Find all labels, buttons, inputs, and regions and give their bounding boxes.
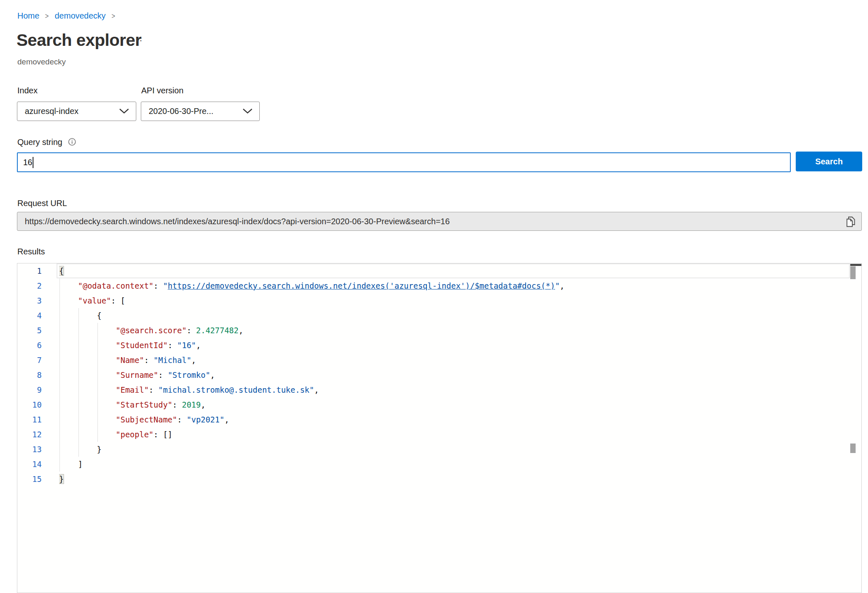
code-token: : [173, 400, 182, 409]
breadcrumb: Home > demovedecky > [17, 11, 116, 21]
request-url-field[interactable]: https://demovedecky.search.windows.net/i… [17, 212, 862, 231]
query-input-value: 16 [23, 158, 32, 167]
code-token: : [149, 385, 158, 394]
editor-scrollbar[interactable] [850, 263, 861, 593]
line-number: 5 [17, 323, 42, 338]
code-token: , [201, 400, 205, 409]
code-token: , [196, 341, 201, 350]
code-token: "vp2021" [187, 415, 225, 424]
code-token: , [224, 415, 229, 424]
code-token: } [97, 445, 102, 454]
line-number: 4 [17, 308, 42, 323]
code-token: , [314, 385, 319, 394]
code-line: "Surname": "Stromko", [59, 368, 850, 382]
page-title: Search explorer [17, 31, 141, 50]
line-number: 8 [17, 368, 42, 382]
code-token: "StartStudy" [116, 400, 172, 409]
code-token: : [154, 281, 163, 290]
code-token: : [ [111, 296, 125, 305]
code-token: " [555, 281, 560, 290]
breadcrumb-home-link[interactable]: Home [17, 11, 39, 21]
request-url-value: https://demovedecky.search.windows.net/i… [25, 217, 450, 226]
code-line: "Email": "michal.stromko@.student.tuke.s… [59, 382, 850, 397]
info-icon[interactable] [68, 138, 76, 147]
api-version-label: API version [141, 86, 183, 95]
code-token [59, 460, 78, 469]
code-line: "Name": "Michal", [59, 353, 850, 368]
code-token: , [191, 356, 196, 365]
code-token: "SubjectName" [116, 415, 177, 424]
code-token: "@search.score" [116, 326, 187, 335]
editor-gutter: 123456789101112131415 [17, 263, 42, 486]
code-token [59, 385, 116, 394]
query-input[interactable]: 16 [17, 152, 791, 172]
code-token: "16" [177, 341, 196, 350]
code-token: "@odata.context" [78, 281, 154, 290]
code-token: "value" [78, 296, 111, 305]
code-token: : [158, 370, 168, 380]
odata-context-link[interactable]: https://demovedecky.search.windows.net/i… [168, 281, 555, 290]
code-line: { [59, 308, 850, 323]
index-label: Index [17, 86, 38, 95]
breadcrumb-service-link[interactable]: demovedecky [55, 11, 105, 21]
code-line: } [59, 442, 850, 457]
line-number: 6 [17, 338, 42, 353]
index-select-value: azuresql-index [25, 107, 78, 116]
code-line: } [59, 472, 850, 486]
breadcrumb-separator-icon: > [111, 12, 115, 21]
code-line: "StudentId": "16", [59, 338, 850, 353]
code-line: { [59, 263, 850, 278]
more-options-button[interactable]: ··· [132, 35, 143, 46]
index-select[interactable]: azuresql-index [17, 102, 136, 121]
code-token [59, 400, 116, 409]
line-number: 2 [17, 278, 42, 293]
search-button[interactable]: Search [796, 152, 862, 171]
code-token: } [59, 474, 64, 484]
code-token: : [144, 356, 154, 365]
code-token: : [168, 341, 177, 350]
code-token: "Name" [116, 356, 144, 365]
code-token: "michal.stromko@.student.tuke.sk" [158, 385, 314, 394]
line-number: 7 [17, 353, 42, 368]
chevron-down-icon [119, 107, 129, 116]
overview-ruler-mark [850, 444, 856, 453]
text-caret [33, 157, 33, 168]
code-line: "people": [] [59, 427, 850, 442]
code-token [59, 415, 116, 424]
page-subtitle: demovedecky [17, 57, 66, 66]
code-token [59, 311, 97, 320]
code-token [59, 296, 78, 305]
code-token: , [239, 326, 243, 335]
api-version-select-value: 2020-06-30-Pre... [149, 107, 213, 116]
code-token: , [560, 281, 564, 290]
code-token [59, 341, 116, 350]
code-line: "@search.score": 2.4277482, [59, 323, 850, 338]
code-token: 2019 [182, 400, 201, 409]
code-token [59, 370, 116, 380]
line-number: 3 [17, 293, 42, 308]
code-token: : [177, 415, 187, 424]
line-number: 10 [17, 397, 42, 412]
code-token [59, 281, 78, 290]
code-token: ] [78, 460, 83, 469]
code-token: { [97, 311, 102, 320]
code-token: , [210, 370, 215, 380]
api-version-select[interactable]: 2020-06-30-Pre... [141, 102, 260, 121]
code-token: : [] [154, 430, 173, 439]
code-token [59, 356, 116, 365]
line-number: 9 [17, 382, 42, 397]
editor-code: { "@odata.context": "https://demovedecky… [59, 263, 850, 486]
scrollbar-thumb[interactable] [850, 266, 856, 279]
line-number: 15 [17, 472, 42, 486]
chevron-down-icon [242, 107, 253, 116]
overview-ruler-cursor-mark [850, 264, 861, 266]
code-line: "SubjectName": "vp2021", [59, 412, 850, 427]
copy-icon[interactable] [845, 216, 856, 228]
line-number: 1 [17, 263, 42, 278]
code-token: "Email" [116, 385, 149, 394]
line-number: 11 [17, 412, 42, 427]
code-token: " [163, 281, 168, 290]
code-token [59, 430, 116, 439]
code-token: "people" [116, 430, 154, 439]
results-json-editor[interactable]: 123456789101112131415 { "@odata.context"… [17, 263, 862, 593]
